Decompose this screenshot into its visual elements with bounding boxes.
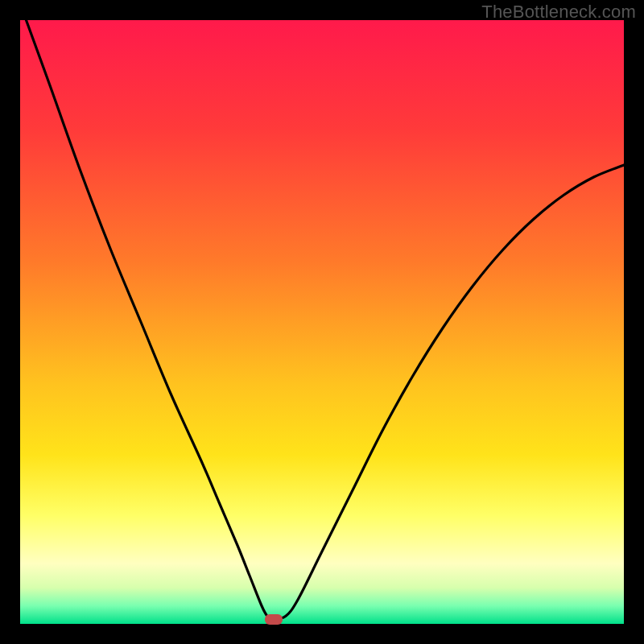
plot-area: [20, 20, 624, 624]
minimum-marker: [265, 614, 283, 625]
watermark-text: TheBottleneck.com: [481, 2, 636, 23]
bottleneck-curve: [27, 20, 625, 619]
chart-svg: [20, 20, 624, 624]
chart-frame: TheBottleneck.com: [0, 0, 644, 644]
